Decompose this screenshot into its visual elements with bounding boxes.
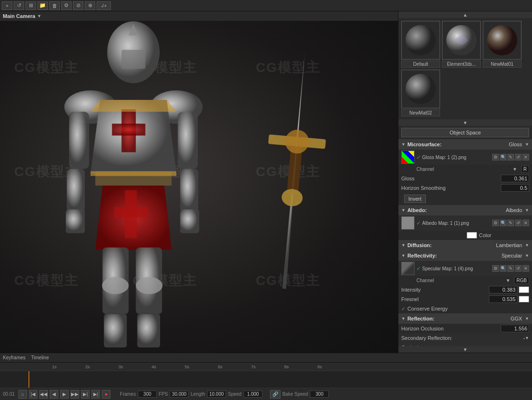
section-diffusion[interactable]: ▼ Diffusion: Lambertian ▼ xyxy=(398,240,532,250)
toolbar-btn-delete[interactable]: 🗑 xyxy=(49,1,60,10)
specular-icon-edit[interactable]: ✎ xyxy=(507,265,514,272)
fresnel-color-box[interactable] xyxy=(519,296,529,302)
toolbar-btn-folder[interactable]: 📁 xyxy=(37,1,48,10)
specular-icon-gear[interactable]: ⚙ xyxy=(492,265,499,272)
svg-rect-13 xyxy=(178,112,198,169)
transport-end[interactable]: ▶| xyxy=(91,390,100,399)
microsurface-title: Microsurface: xyxy=(407,142,507,147)
panel-scroll-mid[interactable]: ▼ xyxy=(398,119,532,126)
material-newmat02[interactable]: NewMat02 xyxy=(401,70,440,116)
albedo-icon-x[interactable]: ✕ xyxy=(523,220,529,226)
bake-speed-input[interactable] xyxy=(310,391,329,398)
specular-icon-search[interactable]: 🔍 xyxy=(500,265,506,272)
specular-icon-refresh[interactable]: ↺ xyxy=(515,265,522,272)
ruler-mark-3s: 3s xyxy=(118,364,123,369)
channel-value-micro[interactable]: R xyxy=(521,166,529,173)
gloss-map-label: Gloss Map: 1 (2).png xyxy=(422,155,466,160)
material-default-thumb[interactable] xyxy=(401,21,440,60)
invert-button[interactable]: Invert xyxy=(404,195,426,203)
transport-record[interactable]: ● xyxy=(102,390,110,399)
transport-forward[interactable]: ▶▶ xyxy=(71,390,79,399)
albedo-value: Albedo xyxy=(506,207,522,213)
channel-value-spec[interactable]: RGB xyxy=(514,277,529,284)
reflectivity-dropdown[interactable]: ▼ xyxy=(525,253,529,258)
viewport-canvas[interactable]: CG模型主 CG模型主 CG模型主 CG模型主 CG模型主 CG模型主 CG模型… xyxy=(0,21,398,353)
gloss-icon-edit[interactable]: ✎ xyxy=(507,154,514,160)
gloss-icon-gear[interactable]: ⚙ xyxy=(492,154,499,160)
gloss-icon-search[interactable]: 🔍 xyxy=(500,154,506,160)
timeline-label: Timeline xyxy=(31,355,49,360)
conserve-energy-check[interactable]: ✓ xyxy=(401,306,406,312)
speed-input[interactable] xyxy=(243,391,262,398)
intensity-input[interactable] xyxy=(489,286,517,293)
microsurface-dropdown[interactable]: ▼ xyxy=(525,142,529,147)
reflection-dropdown[interactable]: ▼ xyxy=(525,316,529,321)
transport-keys-btn[interactable]: ⌂ xyxy=(18,390,27,399)
svg-rect-12 xyxy=(69,112,89,169)
object-space-button[interactable]: Object Space xyxy=(401,128,529,137)
toolbar-btn-add[interactable]: + xyxy=(2,1,12,10)
material-newmat02-thumb[interactable] xyxy=(401,70,440,108)
toolbar-btn-circle[interactable]: ⊘ xyxy=(73,1,83,10)
ruler-mark-4s: 4s xyxy=(152,364,156,369)
toolbar-btn-grid[interactable]: ⊞ xyxy=(26,1,36,10)
fresnel-label: Fresnel xyxy=(401,296,489,302)
main-content: Main Camera ▼ CG模型主 CG模型主 CG模型主 CG模型主 CG… xyxy=(0,11,532,353)
material-newmat01-thumb[interactable] xyxy=(483,21,522,60)
panel-scroll-up[interactable]: ▲ xyxy=(398,11,532,18)
albedo-map-thumb[interactable] xyxy=(401,216,415,230)
transport-prev-key[interactable]: |◀ xyxy=(29,390,37,399)
section-microsurface[interactable]: ▼ Microsurface: Gloss ▼ xyxy=(398,139,532,150)
material-newmat01[interactable]: NewMat01 xyxy=(483,21,522,68)
length-label: Length xyxy=(190,391,205,397)
transport-step-back[interactable]: ◀◀ xyxy=(39,390,48,399)
timeline-tracks[interactable] xyxy=(0,371,532,388)
toolbar-btn-rotate[interactable]: ↺ xyxy=(14,1,24,10)
ruler-mark-9s: 9s xyxy=(317,364,322,369)
spec-channel-dropdown[interactable]: ▼ xyxy=(505,278,510,283)
material-element3ds[interactable]: Element3ds... xyxy=(442,21,481,68)
albedo-dropdown[interactable]: ▼ xyxy=(525,208,529,213)
frames-input[interactable] xyxy=(138,391,157,398)
horizon-occlusion-input[interactable] xyxy=(501,325,529,332)
transport-back[interactable]: ◀ xyxy=(50,390,58,399)
material-element3ds-thumb[interactable] xyxy=(442,21,481,60)
horizon-occlusion-label: Horizon Occlusion xyxy=(401,326,501,331)
bake-btn[interactable]: 🔗 xyxy=(270,390,280,399)
gloss-icon-refresh[interactable]: ↺ xyxy=(515,154,522,160)
svg-point-28 xyxy=(284,129,310,154)
toolbar-btn-settings[interactable]: ⚙ xyxy=(61,1,72,10)
fps-input[interactable] xyxy=(170,391,189,398)
panel-scroll-down[interactable]: ▼ xyxy=(398,346,532,353)
albedo-icon-gear[interactable]: ⚙ xyxy=(492,220,499,226)
albedo-color-box[interactable] xyxy=(467,232,477,239)
svg-point-27 xyxy=(281,188,303,207)
transport-next-key[interactable]: ▶| xyxy=(81,390,90,399)
channel-row-specular: Channel ▼ RGB xyxy=(398,276,532,285)
albedo-icon-refresh[interactable]: ↺ xyxy=(515,220,522,226)
specular-map-thumb[interactable] xyxy=(401,262,415,275)
albedo-icon-search[interactable]: 🔍 xyxy=(500,220,506,226)
material-default[interactable]: Default xyxy=(401,21,440,68)
diffusion-dropdown[interactable]: ▼ xyxy=(525,243,529,248)
transport-play[interactable]: ▶ xyxy=(60,390,69,399)
camera-dropdown-arrow[interactable]: ▼ xyxy=(37,14,41,18)
fresnel-input[interactable] xyxy=(489,295,517,303)
specular-icon-x[interactable]: ✕ xyxy=(523,265,529,272)
toolbar-btn-minus-plus[interactable]: -/+ xyxy=(97,1,111,10)
length-input[interactable] xyxy=(207,391,226,398)
gloss-icon-x[interactable]: ✕ xyxy=(523,154,529,160)
intensity-color-box[interactable] xyxy=(519,286,529,293)
secondary-reflection-dropdown[interactable]: ▼ xyxy=(525,336,529,340)
section-reflectivity[interactable]: ▼ Reflectivity: Specular ▼ xyxy=(398,250,532,261)
toolbar-btn-plus-circle[interactable]: ⊕ xyxy=(85,1,95,10)
svg-rect-22 xyxy=(104,314,126,347)
section-albedo[interactable]: ▼ Albedo: Albedo ▼ xyxy=(398,205,532,215)
horizon-smoothing-input[interactable] xyxy=(501,184,529,192)
gloss-input[interactable] xyxy=(501,175,529,182)
channel-dropdown-arrow[interactable]: ▼ xyxy=(513,167,517,172)
albedo-icon-edit[interactable]: ✎ xyxy=(507,220,514,226)
gloss-map-thumb[interactable] xyxy=(401,151,415,164)
intensity-row: Intensity xyxy=(398,285,532,294)
section-reflection[interactable]: ▼ Reflection: GGX ▼ xyxy=(398,313,532,324)
